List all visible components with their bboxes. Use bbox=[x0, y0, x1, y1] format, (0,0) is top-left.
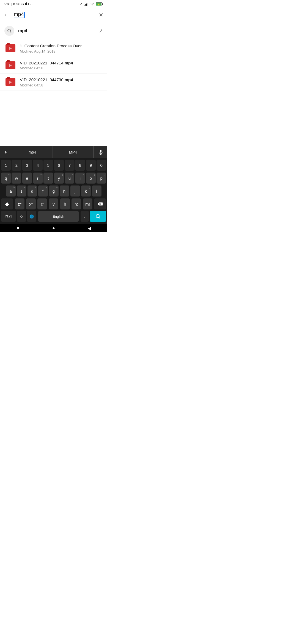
text-cursor bbox=[24, 12, 25, 18]
file-meta-2: Modified 04:58 bbox=[20, 83, 103, 87]
suggestion-row-mp4[interactable]: mp4 ↗ bbox=[0, 22, 107, 40]
svg-rect-2 bbox=[85, 5, 85, 6]
kbd-suggestion-1[interactable]: MP4 bbox=[53, 146, 94, 158]
key-4[interactable]: 4 bbox=[33, 160, 43, 171]
file-name-prefix-1: VID_20210221_044714. bbox=[20, 61, 65, 65]
suggestions-area: mp4 ↗ 1. Content Creation Process Over..… bbox=[0, 22, 107, 91]
key-y[interactable]: y] bbox=[54, 173, 64, 184]
key-g[interactable]: g& bbox=[49, 185, 59, 197]
search-icon-circle bbox=[4, 26, 14, 36]
svg-rect-9 bbox=[102, 3, 103, 5]
more-dots: ··· bbox=[30, 2, 32, 6]
key-j[interactable]: j bbox=[70, 185, 80, 197]
key-k[interactable]: k( bbox=[81, 185, 91, 197]
network-speed: 0.6KB/s bbox=[13, 2, 24, 6]
key-v[interactable]: v bbox=[49, 198, 58, 209]
file-meta-0: Modified Aug 14, 2018 bbox=[20, 49, 103, 53]
backspace-key[interactable] bbox=[94, 198, 106, 209]
stop-button[interactable]: ■ bbox=[12, 224, 23, 232]
key-l[interactable]: l) bbox=[92, 185, 101, 197]
key-6[interactable]: 6 bbox=[54, 160, 64, 171]
svg-rect-1 bbox=[26, 2, 27, 5]
status-left: 5:00 | 0.6KB/s ··· bbox=[4, 2, 32, 6]
back-nav-button[interactable]: ◀ bbox=[84, 224, 95, 232]
key-b[interactable]: b bbox=[60, 198, 70, 209]
key-q[interactable]: q% bbox=[1, 173, 11, 184]
shift-key[interactable] bbox=[1, 198, 13, 209]
key-f[interactable]: f- bbox=[38, 185, 48, 197]
key-i[interactable]: i> bbox=[75, 173, 85, 184]
svg-line-13 bbox=[10, 32, 11, 32]
key-o[interactable]: o{ bbox=[86, 173, 96, 184]
globe-key[interactable]: 🌐 bbox=[27, 211, 36, 222]
symbol-key[interactable]: ?123 bbox=[1, 211, 16, 222]
file-row-1[interactable]: VID_20210221_044714.mp4 Modified 04:58 bbox=[0, 57, 107, 74]
key-x[interactable]: x" bbox=[26, 198, 36, 209]
key-s[interactable]: s# bbox=[17, 185, 26, 197]
svg-rect-3 bbox=[86, 4, 86, 6]
key-3[interactable]: 3 bbox=[22, 160, 32, 171]
shift-icon bbox=[4, 202, 10, 206]
key-c[interactable]: c' bbox=[37, 198, 47, 209]
key-n[interactable]: n: bbox=[72, 198, 81, 209]
key-7[interactable]: 7 bbox=[65, 160, 75, 171]
back-button[interactable]: ← bbox=[4, 12, 10, 18]
file-name-prefix: 1. Content Creation Process Over... bbox=[20, 43, 85, 48]
key-w[interactable]: w\ bbox=[12, 173, 21, 184]
play-icon-2 bbox=[9, 81, 12, 84]
status-bar: 5:00 | 0.6KB/s ··· bbox=[0, 0, 107, 8]
file-row-0[interactable]: 1. Content Creation Process Over... Modi… bbox=[0, 40, 107, 57]
key-z[interactable]: z* bbox=[15, 198, 24, 209]
emoji-key[interactable]: ☺ bbox=[17, 211, 26, 222]
home-button[interactable]: ● bbox=[48, 224, 59, 232]
key-a[interactable]: a@ bbox=[6, 185, 16, 197]
key-p[interactable]: p} bbox=[97, 173, 106, 184]
bluetooth-icon bbox=[79, 2, 83, 6]
kbd-suggestion-0[interactable]: mp4 bbox=[12, 146, 53, 158]
key-m[interactable]: m! bbox=[83, 198, 92, 209]
key-r[interactable]: r= bbox=[33, 173, 43, 184]
period-key[interactable]: . bbox=[81, 211, 89, 222]
keyboard-expand-button[interactable] bbox=[0, 146, 12, 158]
key-9[interactable]: 9 bbox=[86, 160, 96, 171]
search-input-wrapper[interactable]: mp4 bbox=[14, 11, 99, 18]
key-2[interactable]: 2 bbox=[12, 160, 21, 171]
key-0[interactable]: 0 bbox=[97, 160, 106, 171]
key-t[interactable]: t[ bbox=[43, 173, 53, 184]
keyboard: mp4 MP4 1 2 3 4 5 6 7 8 9 0 q% w\ e' r= … bbox=[0, 146, 107, 224]
svg-line-18 bbox=[99, 217, 100, 219]
backspace-icon bbox=[97, 202, 103, 206]
video-file-icon bbox=[6, 44, 15, 52]
search-key[interactable] bbox=[90, 211, 106, 222]
microphone-icon bbox=[98, 149, 103, 155]
svg-rect-6 bbox=[88, 2, 88, 6]
file-info-0: 1. Content Creation Process Over... Modi… bbox=[20, 43, 103, 53]
key-5[interactable]: 5 bbox=[43, 160, 53, 171]
keyboard-suggestion-bar: mp4 MP4 bbox=[0, 146, 107, 158]
status-right: ⚡ bbox=[79, 2, 103, 6]
key-d[interactable]: d$ bbox=[28, 185, 37, 197]
status-icons bbox=[25, 2, 29, 6]
file-name-2: VID_20210221_044730.mp4 bbox=[20, 77, 103, 83]
clear-button[interactable]: ✕ bbox=[99, 12, 103, 18]
video-file-icon-1 bbox=[6, 61, 15, 69]
key-1[interactable]: 1 bbox=[1, 160, 11, 171]
time: 5:00 bbox=[4, 2, 10, 6]
key-u[interactable]: u< bbox=[65, 173, 74, 184]
microphone-button[interactable] bbox=[94, 146, 107, 158]
file-row-2[interactable]: VID_20210221_044730.mp4 Modified 04:58 bbox=[0, 74, 107, 91]
battery-icon: ⚡ bbox=[96, 2, 103, 6]
file-name-bold-2: mp4 bbox=[65, 77, 73, 82]
key-h[interactable]: h bbox=[60, 185, 69, 197]
space-key[interactable]: English bbox=[38, 211, 79, 222]
keyboard-row-1: q% w\ e' r= t[ y] u< i> o{ p} bbox=[0, 171, 107, 184]
keyboard-row-3: z* x" c' v b n: m! bbox=[0, 197, 107, 210]
key-8[interactable]: 8 bbox=[75, 160, 85, 171]
key-e[interactable]: e' bbox=[22, 173, 32, 184]
keyboard-number-row: 1 2 3 4 5 6 7 8 9 0 bbox=[0, 158, 107, 171]
svg-text:⚡: ⚡ bbox=[97, 3, 100, 6]
file-info-1: VID_20210221_044714.mp4 Modified 04:58 bbox=[20, 60, 103, 70]
suggestion-label: mp4 bbox=[18, 28, 99, 33]
svg-rect-14 bbox=[100, 150, 101, 153]
svg-point-17 bbox=[96, 214, 99, 218]
